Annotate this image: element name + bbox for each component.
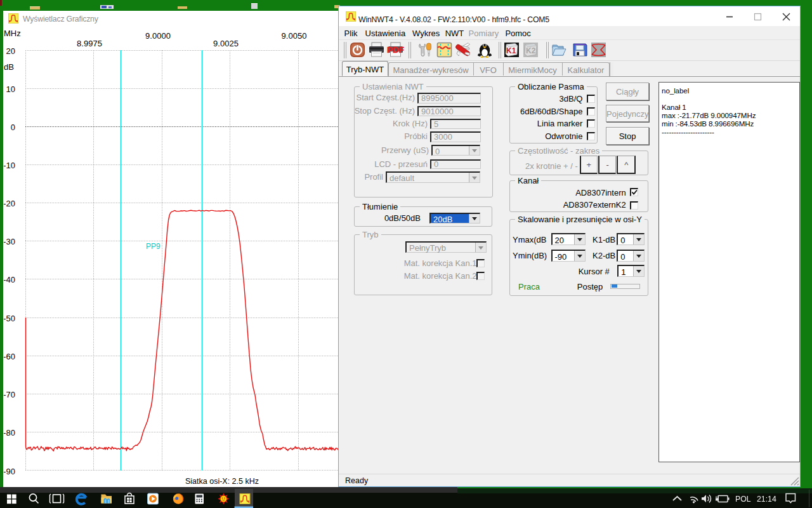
svg-text:PDF: PDF — [387, 45, 404, 55]
svg-text:K1: K1 — [506, 46, 516, 55]
svg-text:K2: K2 — [526, 46, 536, 55]
